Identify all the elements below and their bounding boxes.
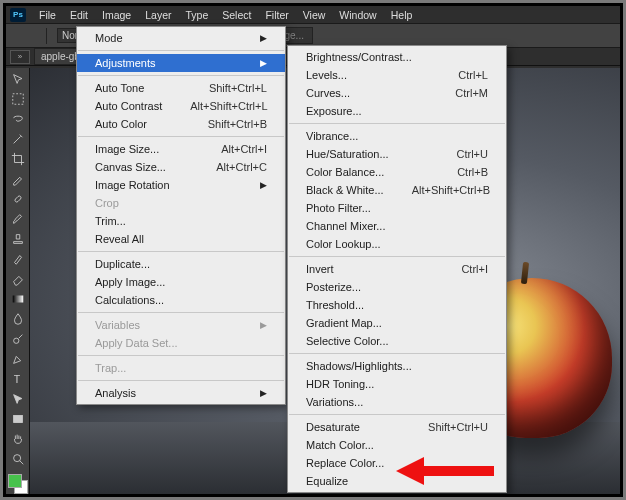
- tool-brush[interactable]: [8, 210, 28, 228]
- tool-marquee[interactable]: [8, 90, 28, 108]
- menu-item-mode[interactable]: Mode▶: [77, 29, 285, 47]
- menu-filter[interactable]: Filter: [258, 7, 295, 23]
- menu-item-shortcut: Ctrl+I: [461, 263, 488, 275]
- menu-item-curves[interactable]: Curves...Ctrl+M: [288, 84, 506, 102]
- menu-item-variations[interactable]: Variations...: [288, 393, 506, 411]
- tool-history[interactable]: [8, 250, 28, 268]
- svg-text:T: T: [13, 373, 20, 385]
- menu-item-label: Channel Mixer...: [306, 220, 385, 232]
- menu-item-label: Color Lookup...: [306, 238, 381, 250]
- menu-item-reveal-all[interactable]: Reveal All: [77, 230, 285, 248]
- menu-item-label: Apply Data Set...: [95, 337, 178, 349]
- menu-item-hue-saturation[interactable]: Hue/Saturation...Ctrl+U: [288, 145, 506, 163]
- tool-zoom[interactable]: [8, 450, 28, 468]
- menu-item-label: Gradient Map...: [306, 317, 382, 329]
- menu-item-invert[interactable]: InvertCtrl+I: [288, 260, 506, 278]
- menu-item-crop: Crop: [77, 194, 285, 212]
- tab-overflow-icon[interactable]: »: [10, 50, 30, 64]
- tool-pen[interactable]: [8, 350, 28, 368]
- menu-item-image-size[interactable]: Image Size...Alt+Ctrl+I: [77, 140, 285, 158]
- menu-item-label: Canvas Size...: [95, 161, 166, 173]
- menu-item-color-balance[interactable]: Color Balance...Ctrl+B: [288, 163, 506, 181]
- menu-item-equalize[interactable]: Equalize: [288, 472, 506, 490]
- tool-gradient[interactable]: [8, 290, 28, 308]
- tool-rect[interactable]: [8, 410, 28, 428]
- app-logo-icon: Ps: [10, 8, 26, 22]
- tool-crop[interactable]: [8, 150, 28, 168]
- menu-type[interactable]: Type: [178, 7, 215, 23]
- menu-item-shortcut: Ctrl+U: [457, 148, 488, 160]
- menu-layer[interactable]: Layer: [138, 7, 178, 23]
- tool-eyedropper[interactable]: [8, 170, 28, 188]
- menu-item-duplicate[interactable]: Duplicate...: [77, 255, 285, 273]
- menu-item-posterize[interactable]: Posterize...: [288, 278, 506, 296]
- menu-item-black-white[interactable]: Black & White...Alt+Shift+Ctrl+B: [288, 181, 506, 199]
- menu-item-auto-color[interactable]: Auto ColorShift+Ctrl+B: [77, 115, 285, 133]
- menu-item-hdr-toning[interactable]: HDR Toning...: [288, 375, 506, 393]
- menu-item-analysis[interactable]: Analysis▶: [77, 384, 285, 402]
- image-menu: Mode▶Adjustments▶Auto ToneShift+Ctrl+LAu…: [76, 26, 286, 405]
- menu-select[interactable]: Select: [215, 7, 258, 23]
- menu-item-desaturate[interactable]: DesaturateShift+Ctrl+U: [288, 418, 506, 436]
- tool-dodge[interactable]: [8, 330, 28, 348]
- tool-hand[interactable]: [8, 430, 28, 448]
- menu-item-label: Shadows/Highlights...: [306, 360, 412, 372]
- menu-item-auto-contrast[interactable]: Auto ContrastAlt+Shift+Ctrl+L: [77, 97, 285, 115]
- menu-image[interactable]: Image: [95, 7, 138, 23]
- menu-item-shadows-highlights[interactable]: Shadows/Highlights...: [288, 357, 506, 375]
- menu-item-adjustments[interactable]: Adjustments▶: [77, 54, 285, 72]
- menu-item-label: Invert: [306, 263, 334, 275]
- menu-item-label: Analysis: [95, 387, 136, 399]
- menu-item-levels[interactable]: Levels...Ctrl+L: [288, 66, 506, 84]
- tool-eraser[interactable]: [8, 270, 28, 288]
- menu-item-replace-color[interactable]: Replace Color...: [288, 454, 506, 472]
- menu-item-label: Image Size...: [95, 143, 159, 155]
- menu-item-canvas-size[interactable]: Canvas Size...Alt+Ctrl+C: [77, 158, 285, 176]
- menu-item-shortcut: Ctrl+M: [455, 87, 488, 99]
- tool-move[interactable]: [8, 70, 28, 88]
- color-swatch[interactable]: [8, 474, 28, 494]
- menu-item-apply-image[interactable]: Apply Image...: [77, 273, 285, 291]
- menu-item-auto-tone[interactable]: Auto ToneShift+Ctrl+L: [77, 79, 285, 97]
- menu-item-trim[interactable]: Trim...: [77, 212, 285, 230]
- menu-item-label: Replace Color...: [306, 457, 384, 469]
- menu-item-vibrance[interactable]: Vibrance...: [288, 127, 506, 145]
- menu-file[interactable]: File: [32, 7, 63, 23]
- menu-item-label: Variations...: [306, 396, 363, 408]
- menu-item-match-color[interactable]: Match Color...: [288, 436, 506, 454]
- menu-item-gradient-map[interactable]: Gradient Map...: [288, 314, 506, 332]
- tool-wand[interactable]: [8, 130, 28, 148]
- menu-item-label: Trim...: [95, 215, 126, 227]
- tool-blur[interactable]: [8, 310, 28, 328]
- tool-type[interactable]: T: [8, 370, 28, 388]
- tool-lasso[interactable]: [8, 110, 28, 128]
- menu-item-exposure[interactable]: Exposure...: [288, 102, 506, 120]
- menu-item-label: Equalize: [306, 475, 348, 487]
- menu-item-selective-color[interactable]: Selective Color...: [288, 332, 506, 350]
- menu-item-shortcut: Alt+Shift+Ctrl+L: [190, 100, 267, 112]
- tool-stamp[interactable]: [8, 230, 28, 248]
- menu-item-label: Mode: [95, 32, 123, 44]
- menu-item-threshold[interactable]: Threshold...: [288, 296, 506, 314]
- menu-window[interactable]: Window: [332, 7, 383, 23]
- menu-help[interactable]: Help: [384, 7, 420, 23]
- tool-path[interactable]: [8, 390, 28, 408]
- menu-item-label: HDR Toning...: [306, 378, 374, 390]
- menu-item-label: Selective Color...: [306, 335, 389, 347]
- menu-item-shortcut: Alt+Ctrl+C: [216, 161, 267, 173]
- menu-item-label: Reveal All: [95, 233, 144, 245]
- menu-item-color-lookup[interactable]: Color Lookup...: [288, 235, 506, 253]
- tool-heal[interactable]: [8, 190, 28, 208]
- menu-edit[interactable]: Edit: [63, 7, 95, 23]
- menu-item-calculations[interactable]: Calculations...: [77, 291, 285, 309]
- menu-item-image-rotation[interactable]: Image Rotation▶: [77, 176, 285, 194]
- menu-item-label: Threshold...: [306, 299, 364, 311]
- menu-item-label: Adjustments: [95, 57, 156, 69]
- menu-item-label: Levels...: [306, 69, 347, 81]
- menu-item-photo-filter[interactable]: Photo Filter...: [288, 199, 506, 217]
- svg-point-3: [13, 338, 18, 343]
- menu-view[interactable]: View: [296, 7, 333, 23]
- menu-item-shortcut: Shift+Ctrl+L: [209, 82, 267, 94]
- menu-item-brightness-contrast[interactable]: Brightness/Contrast...: [288, 48, 506, 66]
- menu-item-channel-mixer[interactable]: Channel Mixer...: [288, 217, 506, 235]
